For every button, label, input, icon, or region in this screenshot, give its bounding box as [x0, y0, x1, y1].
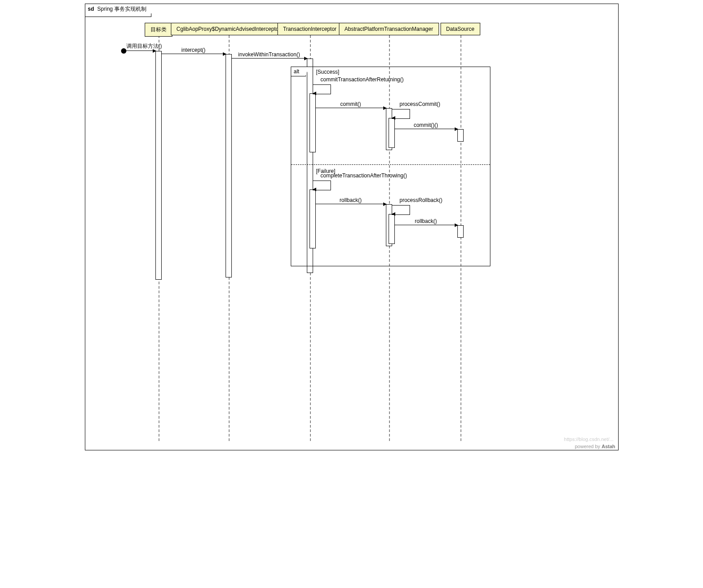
msg-intercept: intercept(): [161, 48, 226, 54]
head-datasource: DataSource: [440, 23, 480, 35]
frame-kind: sd: [88, 6, 94, 12]
found-message-start-icon: [121, 48, 126, 54]
msg-rollback: rollback(): [315, 198, 386, 204]
msg-invoke-within: invokeWithinTransaction(): [231, 52, 307, 59]
activation-ds-rollback: [457, 225, 464, 238]
alt-divider: [291, 164, 490, 165]
head-transaction-interceptor: TransactionInterceptor: [277, 23, 343, 35]
msg-call-target: 调用目标方法(): [126, 45, 156, 51]
activation-mgr-processcommit: [389, 118, 395, 148]
head-target: 目标类: [145, 23, 172, 37]
frame-title: Spring 事务实现机制: [97, 6, 146, 12]
activation-ds-commit: [457, 129, 464, 142]
guard-success: [Success]: [316, 69, 339, 75]
msg-rollback-ds: rollback(): [394, 219, 458, 225]
watermark: https://blog.csdn.net/...: [564, 437, 614, 442]
activation-ti-rollback: [310, 189, 316, 248]
footer-credit: powered by Astah: [575, 444, 615, 449]
sequence-diagram-frame: sd Spring 事务实现机制 目标类 CglibAopProxy$Dynam…: [85, 4, 619, 450]
msg-commit-ds: commit()(): [394, 123, 458, 129]
head-transaction-manager: AbstractPlatformTransactionManager: [339, 23, 439, 35]
alt-operator-tab: alt: [291, 67, 306, 76]
activation-mgr-processrollback: [389, 214, 395, 244]
msg-commit: commit(): [315, 102, 386, 108]
head-proxy: CglibAopProxy$DynamicAdvisedInterceptor: [171, 23, 286, 35]
frame-title-tab: sd Spring 事务实现机制: [85, 4, 151, 17]
activation-ti-commit: [310, 93, 316, 152]
activation-proxy: [226, 54, 232, 277]
activation-target: [155, 51, 162, 280]
